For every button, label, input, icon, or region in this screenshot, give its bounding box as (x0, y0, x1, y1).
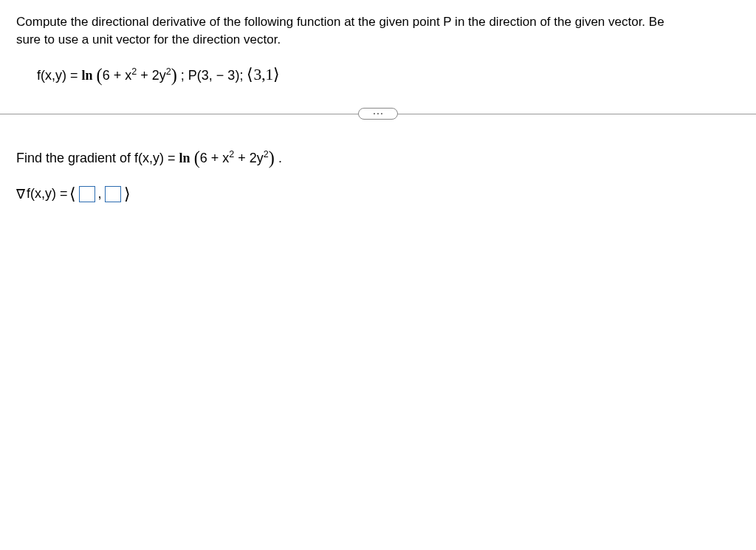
left-paren-2: ( (194, 148, 200, 168)
question-period: . (275, 151, 282, 165)
q-expr-part-2: + 2y (234, 151, 264, 165)
problem-equation: f(x,y) = ln (6 + x2 + 2y2) ; P(3, − 3); … (16, 65, 740, 86)
left-paren: ( (97, 65, 103, 85)
nabla-symbol: ∇ (16, 186, 25, 202)
expr-part-2: + 2y (137, 68, 166, 83)
func-prefix: f(x,y) = (37, 68, 82, 83)
gradient-question: Find the gradient of f(x,y) = ln (6 + x2… (16, 148, 740, 168)
point-label: ; P(3, − 3); (181, 68, 247, 83)
answer-comma: , (98, 186, 102, 202)
question-prefix: Find the gradient of f(x,y) = (16, 151, 179, 165)
ln-operator-2: ln (179, 151, 190, 165)
direction-vector: ⟨3,1⟩ (247, 66, 280, 83)
answer-rangle: ⟩ (124, 185, 131, 204)
expr-part-1: 6 + x (103, 68, 132, 83)
ellipsis-icon (374, 113, 382, 114)
section-divider (16, 106, 740, 121)
ln-operator: ln (82, 68, 93, 83)
q-expr-part-1: 6 + x (200, 151, 230, 165)
gradient-y-input[interactable] (105, 186, 121, 202)
right-paren: ) (171, 65, 177, 85)
problem-statement: Compute the directional derivative of th… (16, 13, 740, 49)
q-exponent-2b: 2 (264, 149, 269, 159)
statement-line-2: sure to use a unit vector for the direct… (16, 32, 281, 47)
gradient-answer: ∇f(x,y) = ⟨ , ⟩ (16, 185, 740, 204)
answer-label: f(x,y) = (27, 186, 68, 202)
statement-line-1: Compute the directional derivative of th… (16, 15, 664, 29)
exponent-2b: 2 (166, 66, 171, 77)
expand-button[interactable] (358, 108, 398, 120)
right-paren-2: ) (269, 148, 275, 168)
gradient-x-input[interactable] (79, 186, 95, 202)
answer-langle: ⟨ (69, 185, 76, 204)
